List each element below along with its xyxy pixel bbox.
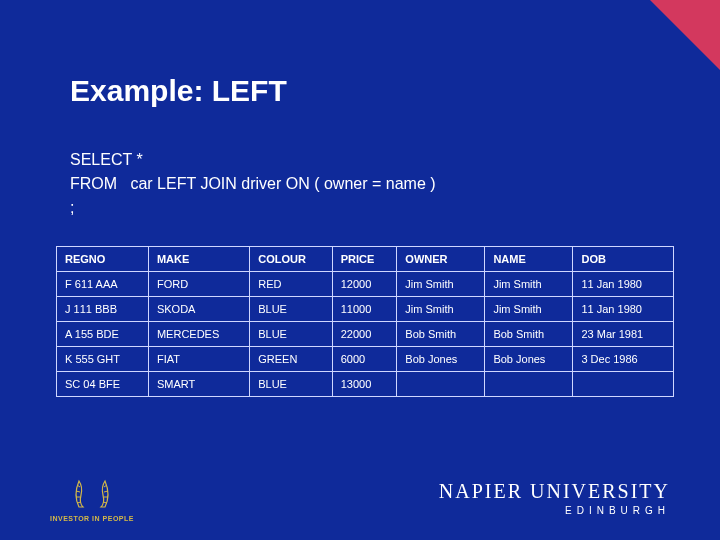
sql-line: ; <box>70 199 74 216</box>
slide-content: Example: LEFT SELECT * FROM car LEFT JOI… <box>0 0 720 397</box>
cell: 11 Jan 1980 <box>573 272 674 297</box>
col-colour: COLOUR <box>250 247 333 272</box>
col-price: PRICE <box>332 247 397 272</box>
cell <box>397 372 485 397</box>
cell <box>485 372 573 397</box>
cell: 11 Jan 1980 <box>573 297 674 322</box>
cell: F 611 AAA <box>57 272 149 297</box>
sql-block: SELECT * FROM car LEFT JOIN driver ON ( … <box>70 148 660 220</box>
cell: 11000 <box>332 297 397 322</box>
table-row: J 111 BBB SKODA BLUE 11000 Jim Smith Jim… <box>57 297 674 322</box>
university-name: NAPIER UNIVERSITY <box>439 480 670 503</box>
university-city: EDINBURGH <box>439 505 670 516</box>
col-regno: REGNO <box>57 247 149 272</box>
cell: Jim Smith <box>485 272 573 297</box>
cell: MERCEDES <box>148 322 249 347</box>
corner-accent <box>650 0 720 70</box>
table-row: A 155 BDE MERCEDES BLUE 22000 Bob Smith … <box>57 322 674 347</box>
table-row: SC 04 BFE SMART BLUE 13000 <box>57 372 674 397</box>
table-row: K 555 GHT FIAT GREEN 6000 Bob Jones Bob … <box>57 347 674 372</box>
col-make: MAKE <box>148 247 249 272</box>
cell: SMART <box>148 372 249 397</box>
laurel-wreath-icon <box>69 473 115 511</box>
cell: RED <box>250 272 333 297</box>
result-table: REGNO MAKE COLOUR PRICE OWNER NAME DOB F… <box>56 246 674 397</box>
table-row: F 611 AAA FORD RED 12000 Jim Smith Jim S… <box>57 272 674 297</box>
cell: FORD <box>148 272 249 297</box>
cell: BLUE <box>250 297 333 322</box>
iip-label: INVESTOR IN PEOPLE <box>50 515 134 522</box>
cell: A 155 BDE <box>57 322 149 347</box>
cell: 6000 <box>332 347 397 372</box>
cell: Jim Smith <box>397 297 485 322</box>
cell: K 555 GHT <box>57 347 149 372</box>
napier-university-logo: NAPIER UNIVERSITY EDINBURGH <box>439 480 670 516</box>
cell: SC 04 BFE <box>57 372 149 397</box>
cell: Jim Smith <box>397 272 485 297</box>
cell: Bob Smith <box>485 322 573 347</box>
sql-line: SELECT * <box>70 151 143 168</box>
cell: 12000 <box>332 272 397 297</box>
col-owner: OWNER <box>397 247 485 272</box>
cell: J 111 BBB <box>57 297 149 322</box>
cell: 23 Mar 1981 <box>573 322 674 347</box>
cell: SKODA <box>148 297 249 322</box>
cell: GREEN <box>250 347 333 372</box>
cell: BLUE <box>250 322 333 347</box>
cell: FIAT <box>148 347 249 372</box>
sql-line: FROM car LEFT JOIN driver ON ( owner = n… <box>70 175 436 192</box>
cell: 3 Dec 1986 <box>573 347 674 372</box>
cell: Bob Jones <box>397 347 485 372</box>
table-body: F 611 AAA FORD RED 12000 Jim Smith Jim S… <box>57 272 674 397</box>
cell: 22000 <box>332 322 397 347</box>
result-table-wrap: REGNO MAKE COLOUR PRICE OWNER NAME DOB F… <box>56 246 674 397</box>
cell: 13000 <box>332 372 397 397</box>
col-dob: DOB <box>573 247 674 272</box>
cell <box>573 372 674 397</box>
cell: BLUE <box>250 372 333 397</box>
cell: Jim Smith <box>485 297 573 322</box>
footer: INVESTOR IN PEOPLE NAPIER UNIVERSITY EDI… <box>0 473 720 522</box>
cell: Bob Jones <box>485 347 573 372</box>
table-header-row: REGNO MAKE COLOUR PRICE OWNER NAME DOB <box>57 247 674 272</box>
investor-in-people-logo: INVESTOR IN PEOPLE <box>50 473 134 522</box>
cell: Bob Smith <box>397 322 485 347</box>
col-name: NAME <box>485 247 573 272</box>
slide-title: Example: LEFT <box>70 74 660 108</box>
